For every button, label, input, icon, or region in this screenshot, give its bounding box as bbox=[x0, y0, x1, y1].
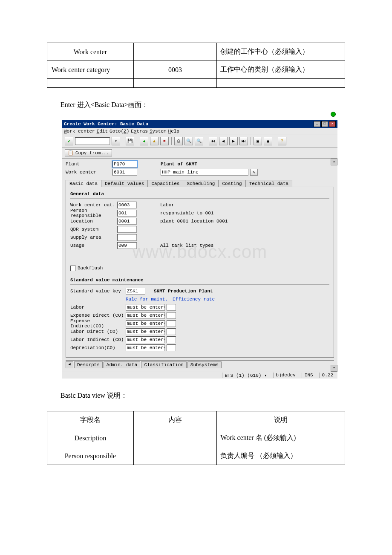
t1r3c3 bbox=[217, 79, 345, 88]
divider bbox=[70, 284, 329, 285]
edit-icon[interactable]: ✎ bbox=[250, 169, 258, 176]
t2r1c3: Work center 名 (必须输入) bbox=[217, 429, 345, 447]
menu-item[interactable]: Goto(Z) bbox=[110, 129, 129, 134]
first-page-icon[interactable]: ⏮ bbox=[209, 137, 217, 145]
btab-classification[interactable]: Classification bbox=[141, 361, 186, 368]
close-button[interactable]: × bbox=[329, 121, 336, 127]
gen-label: Location bbox=[70, 219, 117, 224]
bottom-tabs: ◀ Descrpts Admin. data Classification Su… bbox=[66, 360, 334, 368]
last-page-icon[interactable]: ⏭ bbox=[239, 137, 248, 145]
exit-icon[interactable]: ▲ bbox=[150, 137, 159, 145]
general-row: QDR system bbox=[70, 225, 329, 233]
gen-label: Usage bbox=[70, 243, 117, 248]
save-icon[interactable]: 💾 bbox=[126, 137, 134, 145]
svm-label: depreciation(CO) bbox=[70, 345, 126, 350]
menu-item[interactable]: Extras bbox=[131, 129, 148, 134]
chevron-down-icon: ▼ bbox=[164, 329, 165, 335]
print-icon[interactable]: ⎙ bbox=[174, 137, 183, 145]
find-next-icon[interactable]: 🔍 bbox=[195, 137, 203, 145]
backflush-label: Backflush bbox=[78, 266, 103, 271]
svm-label: Labor Indirect (CO) bbox=[70, 337, 126, 342]
gen-input[interactable]: 0003 bbox=[117, 202, 137, 208]
svm-eff-input[interactable] bbox=[167, 304, 176, 311]
svm-row: Labor Indirect (CO)must be enter▼ bbox=[70, 336, 329, 344]
backflush-checkbox[interactable] bbox=[70, 266, 76, 271]
plant-desc: Plant of SKMT bbox=[161, 162, 197, 167]
svm-dropdown[interactable]: must be enter▼ bbox=[126, 312, 165, 319]
tab-technicaldata[interactable]: Technical data bbox=[245, 180, 292, 187]
shortcut-icon[interactable]: ▣ bbox=[264, 137, 272, 145]
scroll-up-icon[interactable]: ▴ bbox=[331, 159, 337, 165]
table-row: Description Work center 名 (必须输入) bbox=[47, 429, 345, 447]
wc-desc-input[interactable]: HHP main line bbox=[161, 169, 248, 176]
prev-page-icon[interactable]: ◀ bbox=[219, 137, 228, 145]
back-icon[interactable]: ◀ bbox=[140, 137, 148, 145]
menu-item[interactable]: System bbox=[150, 129, 167, 134]
menu-item[interactable]: Help bbox=[168, 129, 179, 134]
svm-dropdown[interactable]: must be enter▼ bbox=[126, 344, 165, 351]
status-mode: INS bbox=[302, 373, 316, 378]
svk-input[interactable]: ZSK1 bbox=[126, 288, 145, 295]
svm-eff-input[interactable] bbox=[167, 312, 176, 319]
table-row: 字段名 内容 说明 bbox=[47, 411, 345, 429]
sap-screenshot: Create Work Center: Basic Data _ □ × Wor… bbox=[62, 120, 337, 379]
workcenter-row: Work center 6001 HHP main line ✎ bbox=[66, 168, 334, 176]
btab-descrpts[interactable]: Descrpts bbox=[74, 361, 103, 368]
rule-link[interactable]: Rule for maint. bbox=[126, 297, 173, 302]
gen-input[interactable]: 0001 bbox=[117, 218, 137, 225]
plant-input[interactable]: PQ70 bbox=[112, 161, 137, 168]
sap-menubar: Work center Edit Goto(Z) Extras System H… bbox=[62, 128, 337, 135]
t2r1c2 bbox=[133, 429, 217, 447]
svk-label: Standard value key bbox=[70, 289, 126, 294]
t1r1c3: 创建的工作中心（必须输入） bbox=[217, 43, 345, 61]
dropdown-icon[interactable]: ▾ bbox=[112, 137, 120, 145]
svm-eff-input[interactable] bbox=[167, 328, 176, 335]
btab-admin[interactable]: Admin. data bbox=[104, 361, 141, 368]
tab-basicdata[interactable]: Basic data bbox=[66, 180, 101, 187]
gen-input[interactable] bbox=[117, 234, 137, 241]
svm-label: Labor Direct (CO) bbox=[70, 329, 126, 334]
eff-link[interactable]: Efficiency rate bbox=[173, 297, 215, 302]
t2r1c1: Description bbox=[47, 429, 134, 447]
svm-dropdown[interactable]: must be enter▼ bbox=[126, 304, 165, 311]
command-field[interactable] bbox=[75, 137, 110, 145]
t1r1c2 bbox=[133, 43, 217, 61]
svm-row: Labor Direct (CO)must be enter▼ bbox=[70, 328, 329, 335]
status-host: bjdcdev bbox=[273, 373, 298, 378]
svm-dropdown[interactable]: must be enter▼ bbox=[126, 320, 165, 327]
menu-item[interactable]: Work center bbox=[64, 129, 95, 134]
minimize-button[interactable]: _ bbox=[314, 121, 320, 127]
separator bbox=[251, 137, 251, 145]
svm-dropdown[interactable]: must be enter▼ bbox=[126, 336, 165, 343]
svm-label: Expense Indirect(CO) bbox=[70, 318, 126, 329]
gen-input[interactable]: 001 bbox=[117, 210, 137, 217]
btab-subsystems[interactable]: Subsystems bbox=[187, 361, 222, 368]
t1r3c2 bbox=[133, 79, 217, 88]
wc-label: Work center bbox=[66, 170, 112, 175]
wc-input[interactable]: 6001 bbox=[112, 169, 137, 176]
find-icon[interactable]: 🔍 bbox=[184, 137, 193, 145]
create-session-icon[interactable]: ▣ bbox=[254, 137, 262, 145]
maximize-button[interactable]: □ bbox=[321, 121, 328, 127]
tab-scheduling[interactable]: Scheduling bbox=[183, 180, 219, 187]
tab-costing[interactable]: Costing bbox=[218, 180, 245, 187]
enter-icon[interactable]: ✔ bbox=[65, 137, 73, 145]
svm-eff-input[interactable] bbox=[167, 320, 176, 327]
cancel-icon[interactable]: ✖ bbox=[160, 137, 169, 145]
svm-dropdown[interactable]: must be enter▼ bbox=[126, 328, 165, 335]
scroll-down-icon[interactable]: ▾ bbox=[331, 365, 337, 372]
next-page-icon[interactable]: ▶ bbox=[229, 137, 238, 145]
gen-input[interactable] bbox=[117, 226, 137, 233]
copy-from-button[interactable]: 📋 Copy from... bbox=[65, 149, 112, 156]
tab-capacities[interactable]: Capacities bbox=[147, 180, 183, 187]
status-sys: BTS (1) (610) ▾ bbox=[222, 373, 270, 378]
svm-eff-input[interactable] bbox=[167, 336, 176, 343]
gen-input[interactable]: 009 bbox=[117, 242, 137, 249]
menu-item[interactable]: Edit bbox=[97, 129, 108, 134]
tab-defaultvalues[interactable]: Default values bbox=[101, 180, 148, 187]
tab-prev-icon[interactable]: ◀ bbox=[66, 361, 73, 368]
help-icon[interactable]: ? bbox=[278, 137, 286, 145]
separator bbox=[171, 137, 172, 145]
t2hc1: 字段名 bbox=[47, 411, 134, 429]
svm-eff-input[interactable] bbox=[167, 344, 176, 351]
